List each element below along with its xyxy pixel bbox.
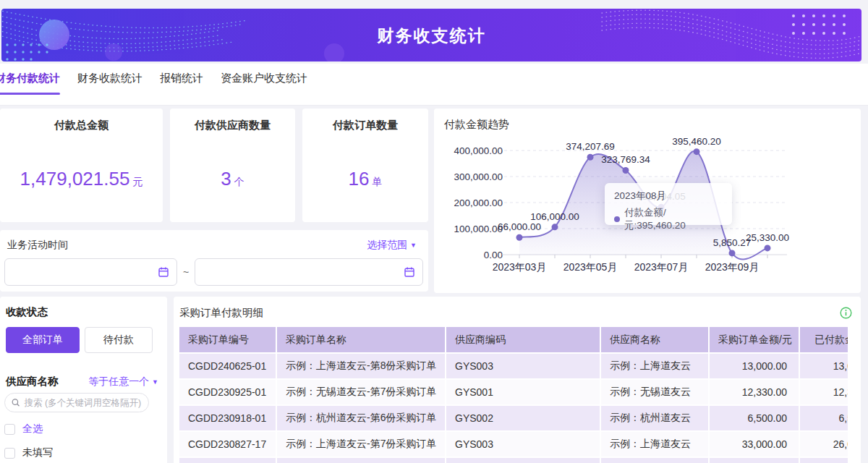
range-separator: ~ bbox=[183, 266, 189, 278]
table-cell: CGDD230925-01 bbox=[179, 379, 276, 405]
stat-card-supplier-count: 付款供应商数量 3个 bbox=[170, 109, 295, 222]
table-cell: 33,000.00 bbox=[709, 431, 799, 457]
info-icon[interactable] bbox=[840, 307, 852, 319]
table-cell bbox=[799, 457, 848, 463]
tab-receipt-stats[interactable]: 财务收款统计 bbox=[77, 64, 142, 97]
calendar-icon[interactable] bbox=[158, 266, 169, 278]
svg-text:374,207.69: 374,207.69 bbox=[566, 141, 615, 152]
stat-unit: 元 bbox=[132, 176, 142, 187]
table-cell: CGDD230918-01 bbox=[179, 405, 276, 431]
filter-sidebar: 收款状态 全部订单 待付款 供应商名称 等于任意一个 ▼ 全选 未填写 bbox=[0, 297, 167, 463]
table-cell: GYS001 bbox=[446, 379, 600, 405]
tab-bar: 财务付款统计 财务收款统计 报销统计 资金账户收支统计 bbox=[0, 64, 868, 106]
table-cell: 6,500.00 bbox=[709, 405, 799, 431]
page-title: 财务收支统计 bbox=[1, 25, 861, 47]
time-filter-card: 业务活动时间 选择范围 ▼ ~ bbox=[0, 230, 428, 292]
table-body: CGDD240625-01示例：上海道友云-第8份采购订单GYS003示例：上海… bbox=[179, 353, 848, 463]
column-header: 供应商编码 bbox=[446, 327, 600, 353]
order-detail-card: 采购订单付款明细 采购订单编号采购订单名称供应商编码供应商名称采购订单金额/元已… bbox=[174, 297, 861, 463]
table-cell: 示例：杭州道友云-第6份采购订单 bbox=[276, 405, 446, 431]
stat-title: 付款总金额 bbox=[0, 109, 163, 132]
header-banner: 财务收支统计 bbox=[1, 9, 861, 61]
table-cell: GYS003 bbox=[446, 353, 600, 379]
stat-value: 16 bbox=[349, 168, 370, 190]
table-cell: 12,330.00 bbox=[799, 379, 848, 405]
not-filled-option[interactable]: 未填写 bbox=[4, 446, 53, 459]
checkbox-icon[interactable] bbox=[4, 424, 15, 435]
svg-text:66,000.00: 66,000.00 bbox=[498, 221, 541, 232]
tab-reimbursement-stats[interactable]: 报销统计 bbox=[160, 64, 203, 97]
trend-chart-card: 付款金额趋势 0.00100,000.00200,000.00300,000.0… bbox=[434, 109, 861, 293]
svg-text:0.00: 0.00 bbox=[484, 250, 503, 260]
table-row: CGDD230925-01示例：无锡道友云-第7份采购订单GYS001示例：无锡… bbox=[179, 379, 848, 405]
svg-text:2023年03月: 2023年03月 bbox=[493, 261, 547, 273]
table-header-row: 采购订单编号采购订单名称供应商编码供应商名称采购订单金额/元已付款金额/元 bbox=[179, 327, 848, 353]
chevron-down-icon: ▼ bbox=[152, 378, 158, 386]
tab-payment-stats[interactable]: 财务付款统计 bbox=[0, 64, 60, 97]
time-filter-label: 业务活动时间 bbox=[7, 239, 68, 252]
table-cell: 示例：上海道友云-第8份采购订单 bbox=[276, 353, 446, 379]
stat-card-order-count: 付款订单数量 16单 bbox=[302, 109, 428, 222]
column-header: 供应商名称 bbox=[600, 327, 709, 353]
table-cell: 示例：无锡道友云 bbox=[600, 379, 709, 405]
svg-text:200,000.00: 200,000.00 bbox=[454, 197, 503, 208]
table-cell bbox=[446, 457, 600, 463]
all-orders-button[interactable]: 全部订单 bbox=[6, 327, 80, 353]
table-cell: GYS003 bbox=[446, 431, 600, 457]
table-cell: 13,000.00 bbox=[709, 353, 799, 379]
table-cell: 示例：无锡道友云-第7份采购订单 bbox=[276, 379, 446, 405]
date-start-field[interactable] bbox=[4, 258, 177, 286]
checkbox-icon[interactable] bbox=[4, 448, 15, 459]
table-row: CGDD230918-01示例：杭州道友云-第6份采购订单GYS002示例：杭州… bbox=[179, 405, 848, 431]
table-cell: GYS002 bbox=[446, 405, 600, 431]
not-filled-label: 未填写 bbox=[22, 446, 53, 459]
svg-text:323,769.34: 323,769.34 bbox=[601, 154, 650, 165]
tooltip-title: 2023年08月 bbox=[614, 190, 723, 203]
series-dot-icon bbox=[614, 216, 620, 222]
stat-unit: 单 bbox=[372, 176, 382, 187]
column-header: 采购订单编号 bbox=[179, 327, 276, 353]
column-header: 采购订单名称 bbox=[276, 327, 446, 353]
table-row: CGDD240625-01示例：上海道友云-第8份采购订单GYS003示例：上海… bbox=[179, 353, 848, 379]
calendar-icon[interactable] bbox=[404, 266, 415, 278]
date-end-input[interactable] bbox=[195, 259, 422, 285]
date-end-field[interactable] bbox=[195, 258, 423, 286]
stat-title: 付款供应商数量 bbox=[170, 109, 295, 132]
table-cell: 示例：上海道友云-第7份采购订单 bbox=[276, 431, 446, 457]
select-range-link[interactable]: 选择范围 ▼ bbox=[367, 239, 417, 252]
order-table-scroll[interactable]: 采购订单编号采购订单名称供应商编码供应商名称采购订单金额/元已付款金额/元 CG… bbox=[179, 327, 848, 463]
select-all-label: 全选 bbox=[22, 422, 43, 436]
svg-text:106,000.00: 106,000.00 bbox=[530, 211, 579, 222]
tab-account-stats[interactable]: 资金账户收支统计 bbox=[221, 64, 307, 97]
table-cell bbox=[276, 457, 446, 463]
table-cell bbox=[179, 457, 276, 463]
table-cell: 示例：杭州道友云 bbox=[600, 405, 709, 431]
tooltip-value: 付款金额/元:395,460.20 bbox=[624, 206, 723, 232]
payment-status-label: 收款状态 bbox=[6, 305, 48, 319]
svg-text:2023年07月: 2023年07月 bbox=[634, 261, 689, 273]
svg-text:395,460.20: 395,460.20 bbox=[672, 136, 721, 147]
table-cell: 26,000.00 bbox=[799, 431, 848, 457]
table-cell: CGDD240625-01 bbox=[179, 353, 276, 379]
column-header: 采购订单金额/元 bbox=[709, 327, 799, 353]
table-row: CGDD230827-17示例：上海道友云-第7份采购订单GYS003示例：上海… bbox=[179, 431, 848, 457]
svg-text:25,330.00: 25,330.00 bbox=[746, 232, 789, 243]
stat-value: 1,479,021.55 bbox=[20, 168, 130, 190]
table-title: 采购订单付款明细 bbox=[179, 306, 263, 320]
svg-text:400,000.00: 400,000.00 bbox=[454, 145, 503, 156]
match-any-link[interactable]: 等于任意一个 ▼ bbox=[88, 375, 158, 388]
table-cell: 6,500.00 bbox=[799, 405, 848, 431]
supplier-search-input[interactable] bbox=[24, 398, 142, 408]
date-start-input[interactable] bbox=[5, 259, 176, 285]
supplier-search-field[interactable] bbox=[4, 393, 149, 412]
pending-payment-button[interactable]: 待付款 bbox=[85, 327, 153, 353]
column-header: 已付款金额/元 bbox=[799, 327, 848, 353]
chevron-down-icon: ▼ bbox=[410, 242, 417, 249]
stat-title: 付款订单数量 bbox=[302, 109, 428, 132]
page: 财务收支统计 财务付款统计 财务收款统计 报销统计 资金账户收支统计 付款总金额… bbox=[0, 0, 868, 463]
table-cell: 示例：上海道友云 bbox=[600, 353, 709, 379]
stat-unit: 个 bbox=[234, 176, 244, 187]
svg-text:100,000.00: 100,000.00 bbox=[454, 224, 503, 234]
select-all-option[interactable]: 全选 bbox=[4, 422, 43, 436]
table-cell: 12,330.00 bbox=[709, 379, 799, 405]
